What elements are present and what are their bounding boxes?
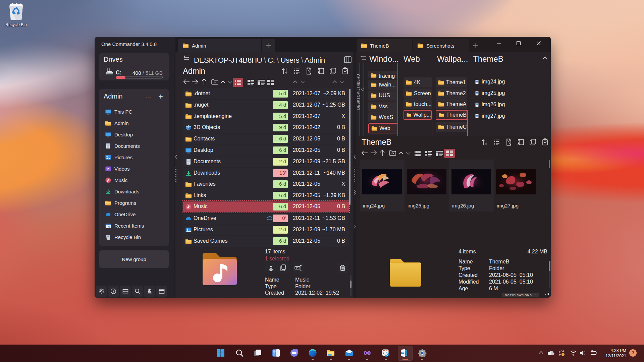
svg-text:ONE: ONE xyxy=(401,352,405,354)
